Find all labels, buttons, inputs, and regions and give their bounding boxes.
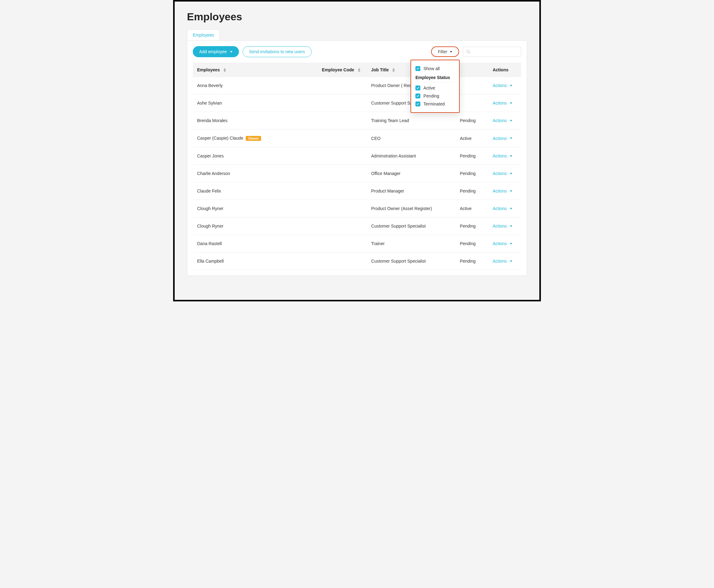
filter-option-label: Pending bbox=[423, 93, 439, 99]
filter-option-label: Terminated bbox=[423, 102, 445, 106]
employee-name: Brenda Morales bbox=[197, 118, 228, 123]
actions-label: Actions bbox=[492, 83, 507, 88]
filter-option[interactable]: Terminated bbox=[415, 100, 455, 108]
cell-employee-name: Brenda Morales bbox=[193, 112, 318, 129]
cell-status: Active bbox=[456, 200, 488, 217]
cell-job-title: Customer Support Specialist bbox=[367, 217, 456, 235]
actions-dropdown[interactable]: Actions bbox=[492, 189, 512, 193]
search-box[interactable] bbox=[463, 47, 521, 57]
actions-label: Actions bbox=[492, 206, 507, 211]
sort-icon bbox=[358, 68, 360, 72]
cell-actions: Actions bbox=[488, 112, 521, 129]
search-input[interactable] bbox=[473, 49, 518, 55]
checkbox-checked-icon bbox=[415, 102, 420, 106]
employee-name: Casper (Caspie) Claude bbox=[197, 135, 243, 141]
search-icon bbox=[466, 49, 470, 54]
checkbox-checked-icon bbox=[415, 85, 420, 90]
employee-name: Clough Ryner bbox=[197, 224, 224, 229]
cell-status: Pending bbox=[456, 235, 488, 252]
cell-employee-name: Ashe Sylvian bbox=[193, 94, 318, 112]
actions-dropdown[interactable]: Actions bbox=[492, 118, 512, 123]
cell-employee-name: Ella Campbell bbox=[193, 252, 318, 270]
actions-dropdown[interactable]: Actions bbox=[492, 259, 512, 264]
chevron-down-icon bbox=[450, 51, 452, 52]
actions-dropdown[interactable]: Actions bbox=[492, 224, 512, 229]
cell-actions: Actions bbox=[488, 94, 521, 112]
cell-status bbox=[456, 94, 488, 112]
chevron-down-icon bbox=[510, 226, 512, 227]
cell-status: Pending bbox=[456, 147, 488, 165]
filter-option[interactable]: Pending bbox=[415, 92, 455, 100]
chevron-down-icon bbox=[510, 155, 512, 157]
actions-dropdown[interactable]: Actions bbox=[492, 171, 512, 176]
actions-dropdown[interactable]: Actions bbox=[492, 206, 512, 211]
cell-employee-code bbox=[318, 94, 367, 112]
filter-dropdown: Show all Employee Status ActivePendingTe… bbox=[411, 60, 460, 113]
filter-show-all[interactable]: Show all bbox=[415, 65, 455, 72]
table-row: Ashe SylvianCustomer Support SpecialistA… bbox=[193, 94, 521, 112]
employee-name: Ashe Sylvian bbox=[197, 101, 222, 105]
chevron-down-icon bbox=[510, 120, 512, 122]
employee-name: Casper Jones bbox=[197, 153, 224, 159]
filter-option[interactable]: Active bbox=[415, 84, 455, 92]
tab-employees[interactable]: Employees bbox=[187, 29, 220, 41]
filter-button[interactable]: Filter bbox=[431, 46, 459, 57]
cell-job-title: Training Team Lead bbox=[367, 112, 456, 129]
cell-employee-code bbox=[318, 112, 367, 129]
col-header-actions: Actions bbox=[488, 63, 521, 77]
col-header-employees[interactable]: Employees bbox=[193, 63, 318, 77]
checkbox-checked-icon bbox=[415, 93, 420, 99]
actions-dropdown[interactable]: Actions bbox=[492, 136, 512, 141]
cell-job-title: CEO bbox=[367, 129, 456, 147]
actions-dropdown[interactable]: Actions bbox=[492, 101, 512, 105]
add-employee-label: Add employee bbox=[199, 49, 227, 54]
content-panel: Add employee Send invitations to new use… bbox=[187, 40, 527, 276]
send-invitations-button[interactable]: Send invitations to new users bbox=[243, 46, 312, 57]
add-employee-button[interactable]: Add employee bbox=[193, 46, 239, 57]
cell-actions: Actions bbox=[488, 217, 521, 235]
actions-label: Actions bbox=[492, 259, 507, 264]
chevron-down-icon bbox=[510, 208, 512, 209]
employee-name: Claude Felix bbox=[197, 189, 221, 193]
cell-actions: Actions bbox=[488, 129, 521, 147]
chevron-down-icon bbox=[510, 85, 512, 86]
cell-employee-name: Anna Beverly bbox=[193, 77, 318, 94]
chevron-down-icon bbox=[510, 102, 512, 104]
cell-employee-code bbox=[318, 217, 367, 235]
cell-actions: Actions bbox=[488, 200, 521, 217]
owner-badge: Owner bbox=[246, 136, 261, 141]
employee-name: Anna Beverly bbox=[197, 83, 223, 88]
col-header-actions-label: Actions bbox=[492, 67, 508, 72]
tabs: Employees bbox=[175, 29, 539, 40]
actions-dropdown[interactable]: Actions bbox=[492, 153, 512, 159]
table-row: Ella CampbellCustomer Support Specialist… bbox=[193, 252, 521, 270]
chevron-down-icon bbox=[510, 138, 512, 139]
cell-status: Pending bbox=[456, 217, 488, 235]
send-invitations-label: Send invitations to new users bbox=[249, 49, 305, 54]
actions-dropdown[interactable]: Actions bbox=[492, 241, 512, 246]
col-header-code[interactable]: Employee Code bbox=[318, 63, 367, 77]
cell-actions: Actions bbox=[488, 252, 521, 270]
actions-dropdown[interactable]: Actions bbox=[492, 83, 512, 88]
col-header-title-label: Job Title bbox=[371, 67, 389, 72]
cell-actions: Actions bbox=[488, 165, 521, 182]
filter-option-label: Active bbox=[423, 85, 435, 90]
cell-employee-code bbox=[318, 129, 367, 147]
cell-employee-code bbox=[318, 235, 367, 252]
cell-employee-name: Casper Jones bbox=[193, 147, 318, 165]
cell-job-title: Product Owner (Asset Register) bbox=[367, 200, 456, 217]
chevron-down-icon bbox=[510, 260, 512, 262]
toolbar: Add employee Send invitations to new use… bbox=[193, 46, 521, 57]
sort-icon bbox=[224, 68, 226, 72]
cell-employee-code bbox=[318, 252, 367, 270]
cell-job-title: Adminstration Assistant bbox=[367, 147, 456, 165]
col-header-status bbox=[456, 63, 488, 77]
table-row: Brenda MoralesTraining Team LeadPendingA… bbox=[193, 112, 521, 129]
cell-actions: Actions bbox=[488, 235, 521, 252]
table-header-row: Employees Employee Code Job Title bbox=[193, 63, 521, 77]
filter-label: Filter bbox=[438, 49, 447, 54]
page-title: Employees bbox=[175, 2, 539, 29]
cell-job-title: Customer Support Specialist bbox=[367, 252, 456, 270]
actions-label: Actions bbox=[492, 101, 507, 105]
employees-table: Employees Employee Code Job Title bbox=[193, 63, 521, 270]
